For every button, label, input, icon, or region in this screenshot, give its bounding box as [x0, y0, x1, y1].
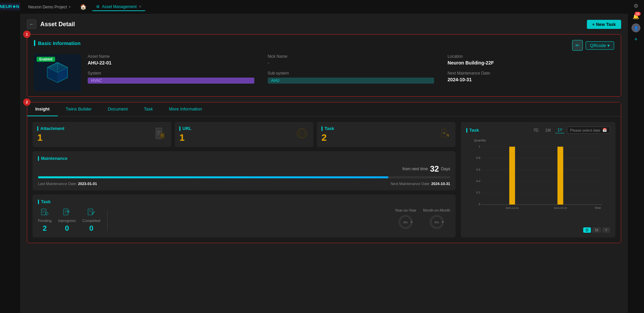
time-1y-btn[interactable]: 1Y — [555, 127, 564, 133]
location-label: Location — [447, 54, 614, 59]
tab-more-information[interactable]: More Information — [161, 102, 210, 116]
user-avatar: 👤 — [632, 24, 640, 32]
new-task-button[interactable]: + New Task — [587, 20, 621, 29]
add-icon: + — [634, 36, 637, 42]
maintenance-progress-fill — [38, 176, 388, 178]
inprogress-stat: Inprogress 0 — [58, 208, 76, 233]
chart-panel: Task 7D 1M 1Y Please select date 📅 — [461, 122, 615, 237]
url-icon — [295, 127, 309, 143]
asset-details: Asset Name AHU-22-01 Nick Name - Locatio… — [88, 54, 614, 84]
tab-document[interactable]: Document — [100, 102, 136, 116]
basic-info-header: Basic Information ✏ QRcode ▾ — [34, 40, 614, 51]
subsystem-group: Sub-system AHU — [268, 71, 434, 84]
url-title: URL — [179, 126, 191, 131]
settings-icon: ⚙ — [634, 3, 638, 9]
tab-asset-management[interactable]: ⚙ Asset Management ✕ — [92, 3, 145, 11]
tabs-content: Insight Twins Builder Document Task More… — [27, 102, 621, 243]
location-value: Neuron Building-22F — [447, 60, 614, 65]
page-header: ← Asset Detail + New Task — [27, 19, 621, 29]
svg-text:0: 0 — [479, 203, 480, 206]
inprogress-value: 0 — [65, 224, 69, 233]
bell-icon-btn[interactable]: 🔔 49 — [633, 13, 639, 19]
tab-insight[interactable]: Insight — [27, 102, 58, 116]
maintenance-days-row: from next time 32 Days — [38, 164, 450, 174]
tab-twins-builder[interactable]: Twins Builder — [58, 102, 100, 116]
subsystem-value: AHU — [268, 78, 434, 84]
maintenance-block: Maintenance from next time 32 Days Last … — [33, 151, 456, 190]
asset-name-group: Asset Name AHU-22-01 — [88, 54, 254, 65]
time-7d-btn[interactable]: 7D — [531, 127, 540, 133]
svg-text:0%: 0% — [403, 221, 408, 224]
maintenance-title: Maintenance — [38, 156, 450, 161]
time-1m-btn[interactable]: 1M — [543, 127, 553, 133]
maintenance-progress-bg — [38, 176, 450, 178]
mom-label: Month-on-Month — [423, 208, 450, 212]
edit-button[interactable]: ✏ — [572, 40, 583, 51]
page-area: ← Asset Detail + New Task 1 Basic Inform… — [20, 14, 628, 313]
maintenance-date-group: Next Maintenance Date: 2024-10-31 — [447, 71, 614, 84]
svg-text:0.6: 0.6 — [476, 168, 480, 171]
mom-item: Month-on-Month 0% — [423, 208, 450, 230]
chart-controls: 7D 1M 1Y Please select date 📅 — [531, 127, 610, 134]
asset-info-row: Enabled — [34, 54, 614, 91]
pending-icon — [41, 208, 49, 217]
user-icon-btn[interactable]: 👤 — [632, 24, 640, 32]
chart-m-btn[interactable]: M — [592, 227, 601, 233]
insight-tab-content: Attachment 1 — [27, 117, 621, 243]
home-icon[interactable]: 🏠 — [77, 2, 89, 11]
pending-label: Pending — [38, 219, 51, 223]
svg-text:2023-12-01: 2023-12-01 — [506, 207, 519, 210]
basic-info-section: 1 Basic Information ✏ QRcode ▾ — [27, 34, 621, 97]
yoy-item: Year-on-Year 0% — [395, 208, 416, 230]
tab-task[interactable]: Task — [136, 102, 161, 116]
qr-button[interactable]: QRcode ▾ — [586, 41, 614, 50]
maintenance-date-label: Next Maintenance Date: — [447, 71, 614, 76]
bar-1 — [509, 147, 515, 205]
system-label: System — [88, 71, 254, 76]
chart-title: Task — [466, 128, 479, 133]
next-date: Next Maintenance Date: 2024-10-31 — [391, 182, 450, 186]
nick-name-value: - — [268, 60, 434, 65]
right-sidebar: ⚙ 🔔 49 👤 + — [628, 0, 644, 313]
svg-text:2024-05-23: 2024-05-23 — [554, 207, 567, 210]
calendar-icon: 📅 — [602, 128, 607, 132]
svg-text:0.2: 0.2 — [476, 191, 480, 194]
svg-text:0%: 0% — [434, 221, 439, 224]
svg-text:Quantity: Quantity — [474, 138, 486, 142]
chart-bottom-controls: D M Y — [466, 227, 610, 233]
chart-header: Task 7D 1M 1Y Please select date 📅 — [466, 127, 610, 134]
tab-neuron-demo[interactable]: Neuron Demo Project ▾ — [24, 3, 75, 11]
chart-d-btn[interactable]: D — [583, 227, 591, 233]
asset-name-label: Asset Name — [88, 54, 254, 59]
page-title: Asset Detail — [40, 21, 75, 28]
cards-row: Attachment 1 — [33, 122, 456, 147]
attachment-card: Attachment 1 — [33, 122, 171, 147]
task-bar-chart: Quantity 1 0.8 0.6 0.4 0.2 0 — [466, 138, 610, 212]
app-logo: NEUR★N — [0, 3, 22, 10]
chart-y-btn[interactable]: Y — [602, 227, 610, 233]
task-card: Task 2 — [317, 122, 456, 147]
bell-badge: 49 — [635, 12, 641, 16]
settings-icon-btn[interactable]: ⚙ — [634, 3, 638, 9]
days-suffix: Days — [441, 167, 450, 171]
location-group: Location Neuron Building-22F — [447, 54, 614, 65]
pending-stat: Pending 2 — [38, 208, 51, 233]
date-picker[interactable]: Please select date 📅 — [567, 127, 610, 134]
nick-name-group: Nick Name - — [268, 54, 434, 65]
tab-asset-icon: ⚙ — [96, 4, 100, 9]
tab-chevron: ▾ — [69, 5, 71, 9]
svg-point-26 — [45, 212, 48, 215]
section-number-1: 1 — [23, 31, 31, 38]
back-button[interactable]: ← — [27, 19, 36, 29]
pending-value: 2 — [43, 224, 47, 233]
tab-close-btn[interactable]: ✕ — [139, 5, 141, 8]
nick-name-label: Nick Name — [268, 54, 434, 59]
svg-text:0.8: 0.8 — [476, 156, 480, 160]
task-divider — [107, 211, 108, 231]
completed-label: Completed — [82, 219, 100, 223]
yoy-label: Year-on-Year — [395, 208, 416, 212]
add-icon-btn[interactable]: + — [634, 36, 637, 42]
task-block: Task — [33, 194, 456, 237]
attachment-icon — [153, 127, 167, 143]
tab-asset-label: Asset Management — [102, 4, 136, 9]
